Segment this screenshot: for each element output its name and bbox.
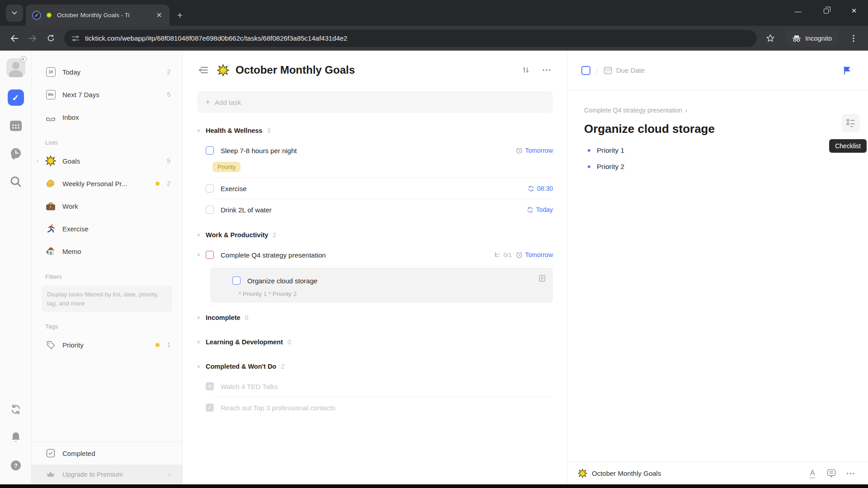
restore-button[interactable] xyxy=(812,0,840,22)
three-dots-icon xyxy=(542,69,551,71)
collapse-sidebar-button[interactable] xyxy=(196,63,211,77)
sidebar-item-today[interactable]: 18Today2 xyxy=(32,61,182,83)
task-row[interactable]: ✕Watch 4 TED Talks xyxy=(197,376,553,397)
tag-icon xyxy=(45,340,56,350)
sidebar-item-completed[interactable]: Completed xyxy=(32,442,182,465)
checklist-item[interactable]: Priority 2 xyxy=(584,159,852,175)
task-date[interactable]: 08:30 xyxy=(537,185,553,192)
task-checkbox[interactable]: ✓ xyxy=(206,404,214,412)
tasks-view-button[interactable]: ✓ xyxy=(6,88,26,108)
chevron-expand-icon[interactable]: › xyxy=(37,158,38,164)
sidebar-item-exercise[interactable]: Exercise xyxy=(32,217,182,240)
task-date[interactable]: Today xyxy=(536,206,553,213)
section-header[interactable]: ˅Learning & Development0 xyxy=(197,333,553,352)
chevron-down-icon[interactable]: ˅ xyxy=(197,315,206,320)
task-section: ˅Incomplete0 xyxy=(197,308,553,327)
footer-list-name[interactable]: October Monthly Goals xyxy=(592,469,801,477)
tab-close-button[interactable]: ✕ xyxy=(154,10,164,20)
help-button[interactable]: ? xyxy=(6,455,26,475)
sidebar-item-inbox[interactable]: Inbox xyxy=(32,106,182,128)
task-row[interactable]: Sleep 7-8 hours per nightTomorrow xyxy=(197,140,553,161)
section-header[interactable]: ˅Health & Wellness3 xyxy=(197,121,553,140)
task-row[interactable]: Drink 2L of waterToday xyxy=(197,199,553,220)
tag-pill[interactable]: Priority xyxy=(212,162,241,172)
comment-button[interactable] xyxy=(824,467,839,480)
task-row[interactable]: ˅Complete Q4 strategy presentation0/1Tom… xyxy=(197,244,553,265)
word-count-button[interactable]: A xyxy=(805,467,820,480)
sidebar-item-work[interactable]: Work xyxy=(32,195,182,217)
priority-flag-button[interactable] xyxy=(840,63,854,78)
subtask-row-selected[interactable]: Organize cloud storage* Priority 1 * Pri… xyxy=(210,267,553,303)
bookmark-star-button[interactable] xyxy=(762,30,778,47)
tab-search-button[interactable] xyxy=(6,5,23,22)
notifications-button[interactable] xyxy=(6,427,26,447)
incognito-badge: Incognito xyxy=(785,30,839,47)
sync-icon xyxy=(10,404,22,415)
chevron-down-icon[interactable]: ˅ xyxy=(197,232,206,238)
back-button[interactable] xyxy=(6,30,23,47)
browser-tab[interactable]: ✓ October Monthly Goals - Ti ✕ xyxy=(26,5,170,26)
task-checkbox[interactable] xyxy=(232,277,241,285)
task-checkbox[interactable] xyxy=(206,206,214,214)
close-button[interactable]: ✕ xyxy=(840,0,868,22)
reload-button[interactable] xyxy=(42,30,59,47)
task-date[interactable]: Tomorrow xyxy=(525,147,553,154)
avatar[interactable] xyxy=(6,58,26,78)
url-bar[interactable]: ticktick.com/webapp/#p/68f081048f087e698… xyxy=(64,30,757,47)
calendar-view-button[interactable] xyxy=(6,116,26,136)
checklist-item[interactable]: Priority 1 xyxy=(584,142,852,159)
task-row[interactable]: Exercise08:30 xyxy=(197,178,553,199)
detail-task-title[interactable]: Organize cloud storage xyxy=(584,122,852,136)
task-title[interactable]: Reach out Top 3 professional contacts xyxy=(221,404,547,412)
chevron-expand-icon[interactable]: ˅ xyxy=(197,252,200,258)
pomodoro-button[interactable] xyxy=(6,144,26,164)
task-checkbox[interactable]: ✕ xyxy=(206,382,214,390)
task-row[interactable]: ✓Reach out Top 3 professional contacts xyxy=(197,397,553,418)
tab-strip: ✓ October Monthly Goals - Ti ✕ + — ✕ xyxy=(0,0,868,26)
checklist-button[interactable] xyxy=(842,114,860,132)
due-date-button[interactable]: Due Date xyxy=(604,66,645,75)
sidebar-item-next-7-days[interactable]: WeNext 7 Days5 xyxy=(32,83,182,106)
browser-menu-button[interactable] xyxy=(845,30,862,47)
task-title[interactable]: Watch 4 TED Talks xyxy=(221,383,547,390)
task-checkbox[interactable] xyxy=(206,146,214,155)
new-tab-button[interactable]: + xyxy=(173,9,187,22)
filters-hint[interactable]: Display tasks filtered by list, date, pr… xyxy=(42,286,172,312)
section-header[interactable]: ˅Completed & Won't Do2 xyxy=(197,357,553,376)
section-header[interactable]: ˅Incomplete0 xyxy=(197,308,553,327)
detail-more-button[interactable] xyxy=(843,467,858,480)
sidebar-scroll: 18Today2WeNext 7 Days5Inbox Lists ›Goals… xyxy=(32,51,182,441)
repeat-icon xyxy=(528,185,534,192)
task-title[interactable]: Complete Q4 strategy presentation xyxy=(221,251,489,259)
add-task-input[interactable]: + Add task xyxy=(197,91,553,113)
plus-icon: + xyxy=(205,97,210,107)
task-title[interactable]: Drink 2L of water xyxy=(221,206,521,214)
chevron-down-icon[interactable]: ˅ xyxy=(197,128,206,133)
bell-icon xyxy=(10,432,21,443)
task-checkbox[interactable] xyxy=(206,184,214,192)
breadcrumb[interactable]: Complete Q4 strategy presentation › xyxy=(584,107,852,114)
sidebar-item-label: Weekly Personal Pr... xyxy=(62,180,156,188)
detail-task-checkbox[interactable] xyxy=(581,66,590,75)
chevron-down-icon[interactable]: ˅ xyxy=(197,364,206,369)
search-button[interactable] xyxy=(6,172,26,192)
task-title[interactable]: Exercise xyxy=(221,185,522,192)
forward-button[interactable] xyxy=(24,30,41,47)
sort-button[interactable] xyxy=(519,63,533,77)
upgrade-premium-button[interactable]: Upgrade to Premium › xyxy=(32,465,182,484)
task-date[interactable]: Tomorrow xyxy=(525,251,553,258)
section-header[interactable]: ˅Work & Productivity2 xyxy=(197,225,553,244)
sync-button[interactable] xyxy=(6,399,26,419)
chevron-down-icon[interactable]: ˅ xyxy=(197,339,206,345)
sidebar-item-memo[interactable]: Memo xyxy=(32,240,182,263)
sidebar-item-priority[interactable]: Priority1 xyxy=(32,333,182,356)
sidebar-item-weekly-personal-pr[interactable]: Weekly Personal Pr...2 xyxy=(32,172,182,195)
task-checkbox[interactable] xyxy=(206,251,214,259)
list-star-emoji-icon xyxy=(217,64,229,76)
task-title[interactable]: Organize cloud storage xyxy=(247,277,540,285)
sidebar-item-goals[interactable]: ›Goals5 xyxy=(32,150,182,172)
task-title[interactable]: Sleep 7-8 hours per night xyxy=(221,147,510,155)
minimize-button[interactable]: — xyxy=(784,0,812,22)
task-meta: 08:30 xyxy=(528,185,553,192)
list-more-button[interactable] xyxy=(539,63,554,77)
